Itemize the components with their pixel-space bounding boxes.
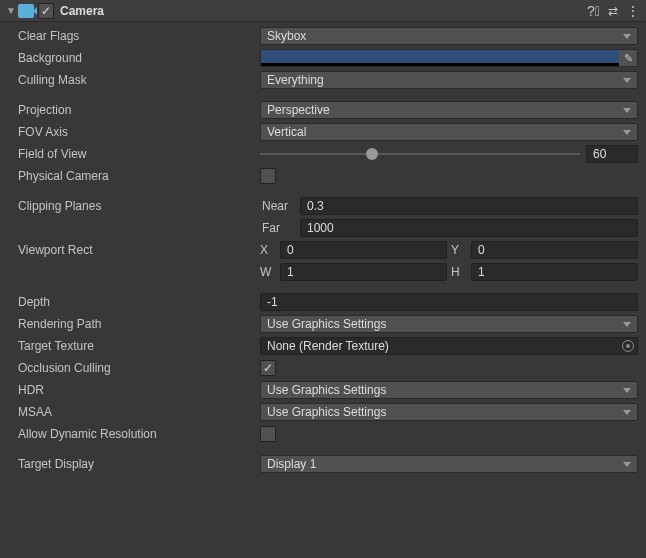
hdr-label: HDR [8,383,260,397]
clear-flags-dropdown[interactable]: Skybox [260,27,638,45]
depth-label: Depth [8,295,260,309]
hdr-dropdown[interactable]: Use Graphics Settings [260,381,638,399]
target-texture-value: None (Render Texture) [267,339,389,353]
help-icon[interactable]: ?⃝ [587,3,600,19]
culling-mask-dropdown[interactable]: Everything [260,71,638,89]
fov-value-field[interactable]: 60 [586,145,638,163]
msaa-label: MSAA [8,405,260,419]
clear-flags-label: Clear Flags [8,29,260,43]
occlusion-culling-checkbox[interactable]: ✓ [260,360,276,376]
viewport-rect-label: Viewport Rect [8,243,260,257]
projection-label: Projection [8,103,260,117]
target-display-label: Target Display [8,457,260,471]
camera-icon [18,4,34,18]
rendering-path-label: Rendering Path [8,317,260,331]
projection-dropdown[interactable]: Perspective [260,101,638,119]
y-label: Y [451,243,467,257]
x-label: X [260,243,276,257]
culling-mask-label: Culling Mask [8,73,260,87]
h-label: H [451,265,467,279]
target-display-dropdown[interactable]: Display 1 [260,455,638,473]
eyedropper-icon[interactable]: ✎ [619,50,637,66]
clipping-planes-label: Clipping Planes [8,199,260,213]
rendering-path-dropdown[interactable]: Use Graphics Settings [260,315,638,333]
dynamic-resolution-label: Allow Dynamic Resolution [8,427,260,441]
fov-label: Field of View [8,147,260,161]
background-colorfield[interactable]: ✎ [260,49,638,67]
far-label: Far [260,221,300,235]
background-label: Background [8,51,260,65]
w-label: W [260,265,276,279]
component-header: ▼ ✓ Camera ?⃝ ⇄ ⋮ [0,0,646,22]
background-color-swatch [261,50,619,63]
expand-arrow-icon[interactable]: ▼ [6,5,16,16]
near-field[interactable]: 0.3 [300,197,638,215]
far-field[interactable]: 1000 [300,219,638,237]
object-picker-icon[interactable] [622,340,634,352]
dynamic-resolution-checkbox[interactable] [260,426,276,442]
enabled-checkbox[interactable]: ✓ [38,3,54,19]
component-title: Camera [60,4,587,18]
near-label: Near [260,199,300,213]
target-texture-label: Target Texture [8,339,260,353]
context-menu-icon[interactable]: ⋮ [626,3,640,19]
occlusion-culling-label: Occlusion Culling [8,361,260,375]
viewport-y-field[interactable]: 0 [471,241,638,259]
component-body: Clear Flags Skybox Background ✎ Culling … [0,22,646,484]
fov-axis-dropdown[interactable]: Vertical [260,123,638,141]
physical-camera-checkbox[interactable] [260,168,276,184]
background-alpha-bar [261,63,619,66]
viewport-x-field[interactable]: 0 [280,241,447,259]
fov-axis-label: FOV Axis [8,125,260,139]
viewport-h-field[interactable]: 1 [471,263,638,281]
presets-icon[interactable]: ⇄ [608,4,618,18]
viewport-w-field[interactable]: 1 [280,263,447,281]
target-texture-field[interactable]: None (Render Texture) [260,337,638,355]
physical-camera-label: Physical Camera [8,169,260,183]
fov-slider[interactable] [260,145,580,163]
msaa-dropdown[interactable]: Use Graphics Settings [260,403,638,421]
depth-field[interactable]: -1 [260,293,638,311]
